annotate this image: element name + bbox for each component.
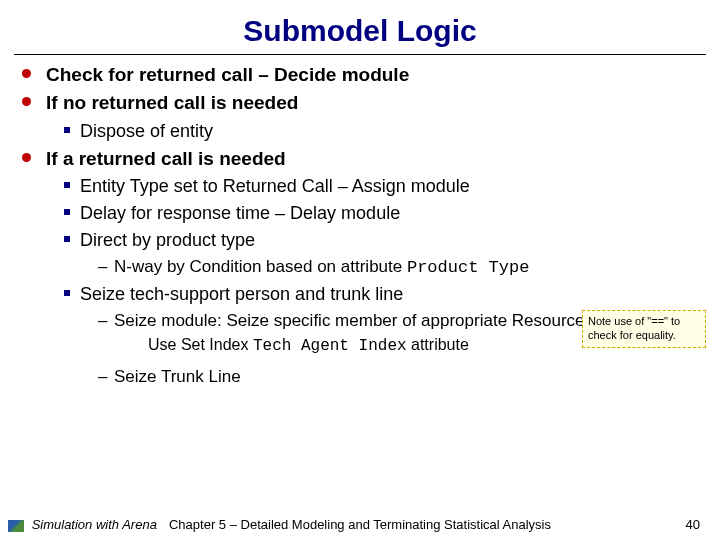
footer: Chapter 5 – Detailed Modeling and Termin…	[0, 517, 720, 532]
bullet-text: Seize Trunk Line	[114, 367, 241, 386]
slide-title: Submodel Logic	[0, 0, 720, 54]
bullet-text: Seize tech-support person and trunk line	[80, 284, 403, 304]
bullet-dot-icon	[22, 97, 31, 106]
slide: Submodel Logic Check for returned call –…	[0, 0, 720, 540]
bullet-text: Entity Type set to Returned Call – Assig…	[80, 176, 470, 196]
bullet-check-returned: Check for returned call – Decide module	[18, 63, 702, 87]
subbullet-delay: Delay for response time – Delay module	[18, 202, 702, 225]
dash-bullet-icon: –	[98, 256, 107, 278]
bullet-if-returned: If a returned call is needed	[18, 147, 702, 171]
bullet-text-a: Use Set Index	[148, 336, 253, 353]
bullet-text: Seize module: Seize specific member of a…	[114, 311, 612, 330]
subbullet-direct: Direct by product type	[18, 229, 702, 252]
bullet-text-a: N-way by Condition based on attribute	[114, 257, 407, 276]
bullet-text: Dispose of entity	[80, 121, 213, 141]
bullet-text: Check for returned call – Decide module	[46, 64, 409, 85]
subbullet-dispose: Dispose of entity	[18, 120, 702, 143]
bullet-dot-icon	[22, 69, 31, 78]
bullet-no-returned: If no returned call is needed	[18, 91, 702, 115]
bullet-text: Delay for response time – Delay module	[80, 203, 400, 223]
square-bullet-icon	[64, 290, 70, 296]
note-text: Note use of "==" to check for equality.	[588, 315, 680, 341]
subsub-seize-trunk: – Seize Trunk Line	[18, 366, 702, 388]
bullet-text: If a returned call is needed	[46, 148, 286, 169]
note-box: Note use of "==" to check for equality.	[582, 310, 706, 348]
bullet-text: Direct by product type	[80, 230, 255, 250]
subsub-nway: – N-way by Condition based on attribute …	[18, 256, 702, 279]
square-bullet-icon	[64, 127, 70, 133]
bullet-text-c: attribute	[407, 336, 469, 353]
title-rule	[14, 54, 706, 55]
bullet-text: If no returned call is needed	[46, 92, 298, 113]
dash-bullet-icon: –	[98, 310, 107, 332]
bullet-code: Product Type	[407, 258, 529, 277]
subbullet-seize: Seize tech-support person and trunk line	[18, 283, 702, 306]
square-bullet-icon	[64, 182, 70, 188]
dash-bullet-icon: –	[98, 366, 107, 388]
subbullet-entity-type: Entity Type set to Returned Call – Assig…	[18, 175, 702, 198]
bullet-code: Tech Agent Index	[253, 337, 407, 355]
footer-chapter: Chapter 5 – Detailed Modeling and Termin…	[0, 517, 720, 532]
bullet-dot-icon	[22, 153, 31, 162]
square-bullet-icon	[64, 209, 70, 215]
footer-page: 40	[686, 517, 700, 532]
square-bullet-icon	[64, 236, 70, 242]
